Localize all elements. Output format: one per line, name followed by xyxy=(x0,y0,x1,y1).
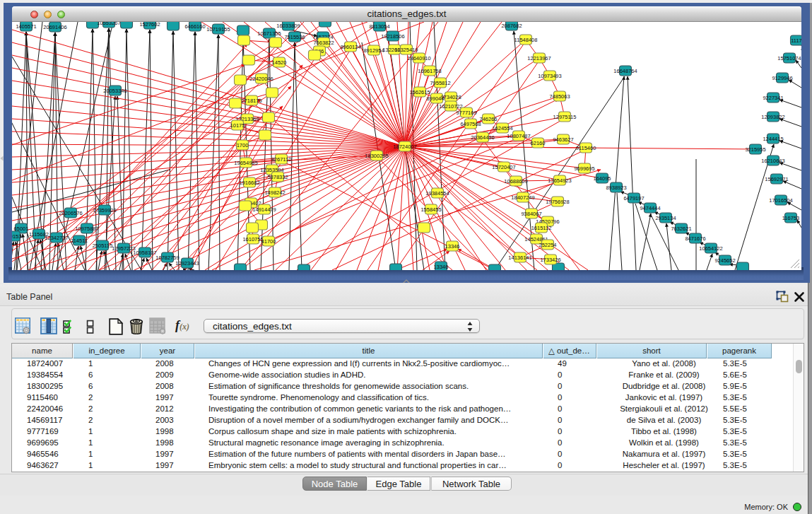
svg-text:10958107: 10958107 xyxy=(133,250,156,256)
svg-text:8267110: 8267110 xyxy=(271,156,292,163)
svg-text:1615112: 1615112 xyxy=(531,225,552,231)
svg-text:2935134: 2935134 xyxy=(655,215,676,221)
svg-text:252254: 252254 xyxy=(539,242,556,248)
svg-text:18640910: 18640910 xyxy=(407,55,430,62)
svg-text:1498242: 1498242 xyxy=(264,189,285,196)
svg-text:20206576: 20206576 xyxy=(59,210,82,216)
svg-text:10553267: 10553267 xyxy=(97,22,120,26)
svg-text:10175: 10175 xyxy=(230,122,245,129)
svg-text:20364436: 20364436 xyxy=(471,134,494,141)
svg-text:17957223: 17957223 xyxy=(112,245,135,252)
svg-text:6497568: 6497568 xyxy=(460,121,481,127)
svg-text:10654122: 10654122 xyxy=(699,245,722,252)
svg-text:16210722: 16210722 xyxy=(439,103,462,110)
svg-text:1916682: 1916682 xyxy=(239,180,259,186)
svg-text:10975887: 10975887 xyxy=(75,226,98,232)
svg-text:1624554: 1624554 xyxy=(492,125,512,132)
svg-text:14914479: 14914479 xyxy=(252,206,276,213)
svg-text:15751074: 15751074 xyxy=(777,55,801,62)
svg-text:1244415: 1244415 xyxy=(763,136,783,142)
svg-text:9463627: 9463627 xyxy=(553,136,573,143)
svg-text:20691406: 20691406 xyxy=(43,24,66,30)
svg-text:1117: 1117 xyxy=(791,37,801,44)
svg-text:14136141: 14136141 xyxy=(508,255,531,261)
svg-text:11325419: 11325419 xyxy=(395,47,418,53)
svg-text:10688609: 10688609 xyxy=(504,178,527,185)
svg-text:8912954: 8912954 xyxy=(363,47,384,54)
svg-text:39153: 39153 xyxy=(12,233,21,240)
svg-text:19218506: 19218506 xyxy=(381,33,404,40)
svg-text:18407249: 18407249 xyxy=(511,194,534,201)
svg-text:10807487: 10807487 xyxy=(507,133,530,139)
svg-text:7663822: 7663822 xyxy=(313,40,334,46)
svg-text:14520: 14520 xyxy=(272,59,287,66)
svg-text:19756928: 19756928 xyxy=(546,199,569,205)
svg-text:7632621: 7632621 xyxy=(671,226,691,232)
svg-text:9129946: 9129946 xyxy=(772,75,792,81)
svg-text:1733426: 1733426 xyxy=(540,257,560,263)
svg-text:62160: 62160 xyxy=(531,140,546,146)
svg-text:7485063: 7485063 xyxy=(549,93,570,100)
svg-text:9734028: 9734028 xyxy=(440,94,461,100)
svg-text:1558455: 1558455 xyxy=(420,206,441,213)
svg-text:22420046: 22420046 xyxy=(249,76,273,82)
svg-text:116753: 116753 xyxy=(782,215,799,221)
svg-text:8813054: 8813054 xyxy=(369,23,389,30)
svg-text:7955812: 7955812 xyxy=(430,80,450,86)
svg-text:114511: 114511 xyxy=(71,238,88,244)
svg-text:12975115: 12975115 xyxy=(553,114,577,120)
svg-text:18724007: 18724007 xyxy=(393,144,416,150)
svg-text:41700: 41700 xyxy=(261,238,276,245)
svg-text:12342737: 12342737 xyxy=(45,235,68,241)
svg-text:16648764: 16648764 xyxy=(613,68,637,74)
svg-text:9115460: 9115460 xyxy=(576,145,596,151)
svg-text:9699695: 9699695 xyxy=(574,165,594,172)
svg-text:13654923: 13654923 xyxy=(548,177,571,184)
svg-text:11548408: 11548408 xyxy=(514,37,538,43)
svg-text:12213967: 12213967 xyxy=(527,55,551,62)
svg-text:2087682: 2087682 xyxy=(501,23,522,29)
svg-text:1700: 1700 xyxy=(237,142,249,148)
svg-text:3215955: 3215955 xyxy=(745,146,765,153)
svg-text:6479197: 6479197 xyxy=(623,195,644,201)
svg-text:2505115: 2505115 xyxy=(93,243,113,249)
svg-text:10719155: 10719155 xyxy=(206,26,230,33)
svg-text:20053346: 20053346 xyxy=(103,88,126,94)
svg-text:17016504: 17016504 xyxy=(769,197,792,204)
svg-text:8960124: 8960124 xyxy=(340,44,360,50)
svg-text:9384067: 9384067 xyxy=(521,211,541,217)
svg-text:19654985: 19654985 xyxy=(234,160,257,166)
svg-text:17359928: 17359928 xyxy=(93,207,116,214)
svg-text:9245652: 9245652 xyxy=(714,257,735,264)
svg-text:1562615: 1562615 xyxy=(409,89,430,95)
svg-text:9777169: 9777169 xyxy=(456,110,476,116)
svg-text:10973493: 10973493 xyxy=(538,73,561,79)
svg-text:15720407: 15720407 xyxy=(492,164,515,170)
svg-text:1610755: 1610755 xyxy=(242,236,263,243)
svg-text:19384554: 19384554 xyxy=(425,190,449,197)
svg-text:746266: 746266 xyxy=(479,116,497,122)
svg-text:16961758: 16961758 xyxy=(418,68,441,74)
svg-text:65001: 65001 xyxy=(14,226,29,232)
svg-text:8938923: 8938923 xyxy=(606,185,626,191)
svg-text:12923443: 12923443 xyxy=(175,260,199,267)
svg-text:6466160: 6466160 xyxy=(184,23,205,30)
svg-text:2718176: 2718176 xyxy=(241,98,261,104)
svg-text:10671355: 10671355 xyxy=(257,30,281,37)
svg-text:16210643: 16210643 xyxy=(761,158,784,164)
svg-text:12093822: 12093822 xyxy=(761,114,784,120)
svg-text:8471676: 8471676 xyxy=(685,235,705,242)
svg-text:1405571: 1405571 xyxy=(16,23,36,30)
svg-text:9227341: 9227341 xyxy=(763,95,783,101)
svg-text:164095: 164095 xyxy=(593,175,611,182)
svg-text:13346: 13346 xyxy=(434,264,449,270)
svg-text:15692971: 15692971 xyxy=(765,176,788,182)
svg-text:13346: 13346 xyxy=(445,243,460,250)
svg-text:18300295: 18300295 xyxy=(365,153,388,159)
svg-text:5878332: 5878332 xyxy=(267,174,288,180)
svg-text:16033809: 16033809 xyxy=(276,23,300,29)
svg-text:1527602: 1527602 xyxy=(139,22,160,28)
svg-text:7515536: 7515536 xyxy=(284,34,305,40)
svg-text:9474444: 9474444 xyxy=(640,205,660,211)
